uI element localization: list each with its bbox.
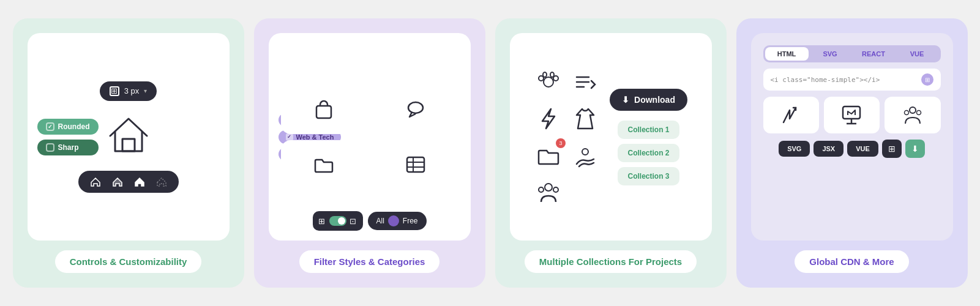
collections-inner: ⬇ Download Collection 1 Collection 2 Col… (510, 33, 712, 241)
sharp-label: Sharp (58, 143, 79, 152)
filter-card: ✓ Business ✓ Web & Tech ✓ Education (254, 18, 485, 288)
icon-bag (281, 85, 367, 134)
tab-svg[interactable]: SVG (809, 47, 852, 61)
svg-point-22 (910, 107, 916, 113)
collection-list: Collection 1 Collection 2 Collection 3 (618, 121, 679, 185)
cdn-label: Global CDN & More (795, 250, 908, 273)
svg-point-15 (582, 149, 588, 155)
fmt-copy-button[interactable]: ⊞ (882, 140, 902, 158)
filter-inner: ✓ Business ✓ Web & Tech ✓ Education (269, 33, 471, 241)
format-buttons: SVG JSX VUE ⊞ ⬇ (763, 140, 941, 158)
controls-inner: ✓ Rounded Sharp ⊞ 3 px ▾ (28, 33, 230, 241)
home-svg (104, 111, 153, 160)
icon-paw (534, 67, 563, 97)
icon-speech (373, 85, 458, 134)
rounded-check: ✓ (46, 122, 54, 131)
svg-point-23 (904, 111, 908, 115)
svg-rect-0 (122, 139, 135, 151)
svg-rect-19 (843, 106, 860, 119)
fmt-jsx[interactable]: JSX (814, 141, 843, 157)
sharp-check (46, 143, 54, 152)
collection-2[interactable]: Collection 2 (618, 144, 679, 162)
svg-point-17 (539, 187, 544, 192)
code-bar: <i class="home-simple"></i> ⊞ (763, 69, 941, 91)
fmt-svg[interactable]: SVG (779, 141, 810, 157)
download-label: Download (634, 95, 675, 105)
svg-point-16 (545, 184, 552, 191)
cdn-icon-users (885, 97, 940, 133)
expand-icon-2: ⊡ (350, 217, 356, 226)
icon-folder (281, 140, 367, 189)
svg-rect-3 (407, 157, 424, 172)
download-button[interactable]: ⬇ Download (610, 89, 687, 111)
cdn-card: HTML SVG REACT VUE <i class="home-simple… (736, 18, 968, 288)
icon-palette (373, 140, 458, 189)
svg-point-2 (408, 102, 423, 113)
svg-point-11 (550, 72, 554, 77)
sharp-button[interactable]: Sharp (37, 140, 99, 155)
fmt-download-button[interactable]: ⬇ (905, 140, 925, 158)
variant-4 (154, 174, 169, 189)
chevron-icon: ▾ (144, 88, 147, 94)
variant-1 (88, 174, 103, 189)
cdn-icon-presentation (824, 97, 880, 133)
filter-label: Filter Styles & Categories (299, 250, 440, 273)
variant-3 (132, 174, 147, 189)
toggle-all-label: All (376, 217, 384, 225)
variant-2 (110, 174, 125, 189)
collection-1[interactable]: Collection 1 (618, 121, 679, 139)
cdn-icons-grid (763, 97, 941, 133)
variant-strip (78, 171, 179, 193)
icon-group (534, 177, 563, 207)
toggle-free-label: Free (403, 217, 418, 225)
cat-check-webtech: ✓ (286, 133, 293, 141)
tab-react[interactable]: REACT (852, 47, 896, 61)
toggle-switch[interactable] (329, 216, 346, 226)
toggle-pill[interactable]: All Free (367, 212, 426, 230)
collections-card: ⬇ Download Collection 1 Collection 2 Col… (495, 18, 727, 288)
expand-button[interactable]: ⊞ ⊡ (312, 211, 362, 231)
cdn-tabs: HTML SVG REACT VUE (763, 45, 941, 62)
collection-3[interactable]: Collection 3 (618, 167, 679, 185)
icon-folder-badge (534, 141, 563, 170)
rounded-button[interactable]: ✓ Rounded (37, 119, 99, 135)
svg-point-7 (544, 77, 553, 87)
cards-container: ✓ Rounded Sharp ⊞ 3 px ▾ (13, 18, 968, 288)
icon-swim (570, 141, 600, 170)
stroke-value: 3 px (124, 86, 140, 95)
rounded-label: Rounded (58, 122, 90, 131)
icon-playlist (570, 67, 600, 97)
copy-button[interactable]: ⊞ (921, 73, 933, 86)
collections-icons (534, 67, 600, 207)
expand-icon: ⊞ (318, 217, 325, 226)
stroke-icon: ⊞ (110, 86, 119, 96)
svg-point-8 (539, 76, 544, 81)
collections-label: Multiple Collections For Projects (525, 250, 697, 273)
filter-toggle-overlay: ⊞ ⊡ All Free (312, 211, 426, 231)
controls-card: ✓ Rounded Sharp ⊞ 3 px ▾ (13, 18, 244, 288)
style-buttons: ✓ Rounded Sharp (37, 119, 99, 155)
cdn-icon-arrow (763, 97, 819, 133)
download-icon: ⬇ (622, 95, 629, 105)
cat-label-webtech: Web & Tech (296, 133, 334, 141)
code-snippet: <i class="home-simple"></i> (771, 76, 880, 84)
svg-point-9 (553, 76, 558, 81)
tab-html[interactable]: HTML (765, 47, 809, 61)
controls-label: Controls & Customizability (55, 250, 202, 273)
home-preview (98, 108, 159, 163)
icon-dress (570, 104, 600, 133)
tab-vue[interactable]: VUE (896, 47, 939, 61)
toggle-dot (388, 215, 399, 226)
svg-rect-1 (316, 106, 331, 118)
svg-point-18 (553, 187, 558, 192)
svg-point-24 (916, 111, 921, 115)
svg-point-10 (543, 72, 547, 77)
stroke-control[interactable]: ⊞ 3 px ▾ (100, 81, 157, 101)
icon-bolt (534, 104, 563, 133)
collections-layout: ⬇ Download Collection 1 Collection 2 Col… (522, 67, 700, 207)
cdn-inner: HTML SVG REACT VUE <i class="home-simple… (751, 33, 953, 241)
fmt-vue[interactable]: VUE (847, 141, 878, 157)
